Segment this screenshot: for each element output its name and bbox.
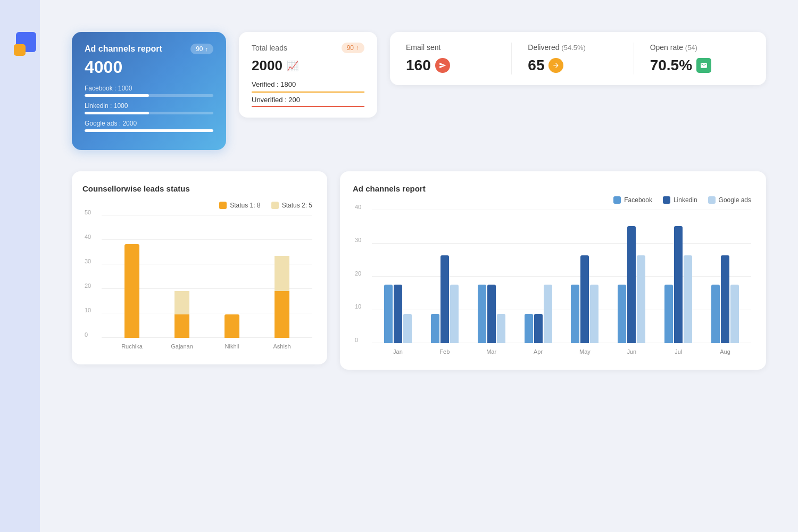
total-leads-header: Total leads 90 ↑ — [252, 43, 364, 53]
bar-segment — [275, 256, 289, 291]
channel-item: Linkedin : 1000 — [85, 102, 213, 114]
bar-label: Ashish — [273, 343, 290, 350]
multi-bar-group: Jul — [664, 226, 692, 343]
channel-bar-fill — [85, 129, 213, 132]
ad-report-chart-card: Ad channels report Facebook Linkedin Goo… — [340, 171, 766, 370]
open-rate-section: Open rate (54) 70.5% — [639, 43, 750, 74]
email-icon — [696, 58, 711, 73]
ad-grid-label: 10 — [355, 303, 361, 310]
grid-label: 0 — [85, 331, 88, 338]
ad-report-legend: Facebook Linkedin Google ads — [353, 196, 751, 204]
bar-label: Gajanan — [171, 343, 193, 350]
delivered-section: Delivered (54.5%) 65 — [517, 43, 628, 74]
multi-bar — [478, 285, 486, 343]
multi-bar-label: Feb — [439, 348, 450, 355]
counsellor-chart-card: Counsellorwise leads status Status 1: 8 … — [72, 171, 327, 364]
grid-label: 10 — [85, 307, 91, 313]
multi-bar-group: Feb — [431, 255, 459, 343]
multi-bar — [497, 314, 505, 343]
multi-bar — [544, 285, 552, 343]
ad-legend-item: Facebook — [613, 196, 652, 204]
channel-bars-container: Facebook : 1000 Linkedin : 1000 Google a… — [85, 85, 213, 132]
legend-label: Status 1: 8 — [230, 202, 260, 209]
legend-dot — [271, 202, 279, 209]
bar-segment — [275, 291, 289, 338]
bars-container: RuchikaGajananNikhilAshish — [102, 215, 312, 338]
legend-item: Status 1: 8 — [219, 202, 260, 209]
delivered-icon — [548, 58, 563, 73]
legend-item: Status 2: 5 — [271, 202, 312, 209]
grid-label: 40 — [85, 234, 91, 240]
multi-bar-group: Mar — [478, 285, 505, 343]
chart-icon: 📈 — [287, 60, 298, 72]
ad-grid-label: 0 — [355, 337, 358, 343]
channel-label: Linkedin : 1000 — [85, 102, 213, 110]
multi-bar — [730, 285, 739, 343]
multi-bar — [487, 285, 496, 343]
counsellor-bar-chart: 01020304050RuchikaGajananNikhilAshish — [82, 215, 312, 354]
counsellor-title: Counsellorwise leads status — [82, 184, 312, 193]
verified-count: Verified : 1800 — [252, 80, 364, 93]
ad-legend-dot — [613, 196, 621, 204]
grid-label: 30 — [85, 258, 91, 264]
multi-bar-group: Jan — [384, 285, 412, 343]
total-leads-number: 2000 📈 — [252, 57, 364, 74]
email-sent-number: 160 — [406, 57, 495, 74]
email-stats-card: Email sent 160 Delivered (54.5%) — [390, 32, 766, 85]
multi-bar — [450, 285, 459, 343]
bar-segment — [174, 291, 189, 314]
multi-bar — [721, 255, 729, 343]
bar-label: Nikhil — [225, 343, 239, 350]
logo-orange-square — [14, 44, 26, 56]
grid-label: 20 — [85, 282, 91, 289]
ad-legend-item: Google ads — [708, 196, 751, 204]
channel-label: Google ads : 2000 — [85, 120, 213, 127]
divider-2 — [634, 43, 634, 74]
ad-channels-header: Ad channels report 90 ↑ — [85, 44, 213, 54]
sidebar-accent — [0, 0, 40, 532]
ad-legend-label: Linkedin — [674, 196, 697, 204]
bar-stack — [275, 256, 289, 338]
ad-legend-item: Linkedin — [663, 196, 697, 204]
ad-grid-label: 30 — [355, 237, 361, 243]
multi-bar-group: May — [571, 255, 598, 343]
multi-bar-label: Apr — [534, 348, 543, 355]
top-row: Ad channels report 90 ↑ 4000 Facebook : … — [72, 32, 766, 150]
channel-bar-fill — [85, 112, 149, 114]
multi-bar — [664, 285, 673, 343]
ad-legend-label: Facebook — [624, 196, 652, 204]
multi-bar — [571, 285, 579, 343]
multi-bar — [534, 314, 543, 343]
bar — [225, 314, 239, 338]
delivered-number: 65 — [528, 57, 617, 74]
bottom-row: Counsellorwise leads status Status 1: 8 … — [72, 171, 766, 370]
bar-stack — [174, 291, 189, 338]
bar-group-inner — [275, 256, 289, 338]
bar-segment — [174, 314, 189, 338]
multi-bar-label: Jan — [393, 348, 403, 355]
multi-bar — [637, 255, 645, 343]
ad-legend-dot — [708, 196, 716, 204]
channel-bar-bg — [85, 94, 213, 97]
multi-bar-label: May — [579, 348, 591, 355]
multi-bar-group: Apr — [525, 285, 552, 343]
channel-bar-fill — [85, 94, 149, 97]
ad-legend-label: Google ads — [719, 196, 751, 204]
total-leads-label: Total leads — [252, 44, 287, 52]
open-rate-number: 70.5% — [650, 57, 739, 74]
ad-channels-number: 4000 — [85, 57, 213, 77]
divider-1 — [511, 43, 512, 74]
total-leads-badge: 90 ↑ — [342, 43, 364, 53]
bar — [124, 244, 139, 338]
bar-group: Ashish — [275, 256, 289, 338]
bar-group: Nikhil — [225, 314, 239, 338]
ad-channels-card: Ad channels report 90 ↑ 4000 Facebook : … — [72, 32, 226, 150]
multi-bar — [711, 285, 720, 343]
multi-bar — [627, 226, 636, 343]
bar-group: Ruchika — [124, 244, 139, 338]
arrow-up-icon: ↑ — [356, 44, 359, 52]
multi-bar-group: Aug — [711, 255, 739, 343]
multi-bar — [590, 285, 598, 343]
multi-bar — [618, 285, 626, 343]
ad-bars-container: JanFebMarAprMayJunJulAug — [372, 210, 751, 343]
